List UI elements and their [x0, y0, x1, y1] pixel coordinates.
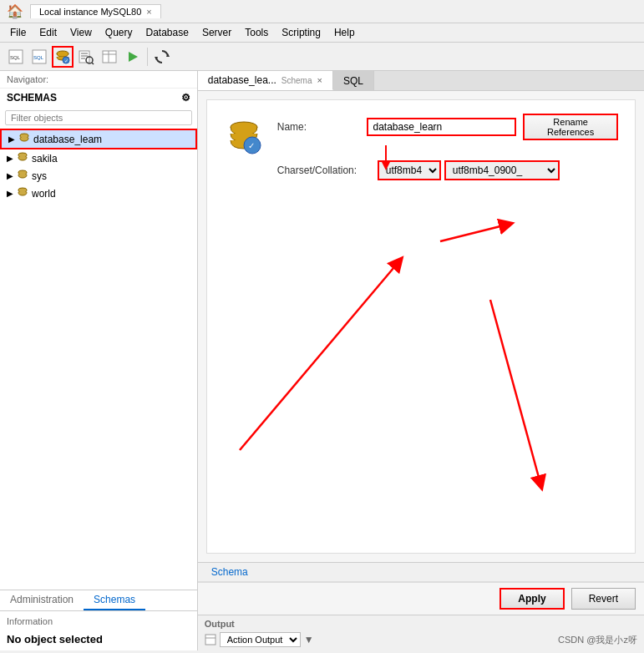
- sidebar-info: Information No object selected: [0, 611, 197, 650]
- schema-name-input[interactable]: [367, 118, 517, 136]
- menu-help[interactable]: Help: [327, 25, 362, 40]
- schema-tab-sublabel: Schema: [281, 76, 312, 85]
- schema-tab[interactable]: database_lea... Schema ×: [198, 71, 333, 90]
- schema-item-database-leam[interactable]: ▶ database_leam: [0, 129, 197, 149]
- db-icon: [18, 132, 30, 146]
- expand-arrow: ▶: [8, 134, 15, 144]
- output-type-select[interactable]: Action Output: [220, 632, 301, 647]
- annotation-container: ✓ Name: Rename References: [198, 91, 644, 650]
- tab-schemas[interactable]: Schemas: [84, 590, 145, 610]
- charset-label: Charset/Collation:: [277, 165, 378, 176]
- svg-text:✓: ✓: [64, 58, 68, 63]
- main-tab[interactable]: Local instance MySQL80 ×: [30, 4, 161, 18]
- output-credit: CSDN @我是小z呀: [558, 634, 637, 646]
- schema-inspector-button[interactable]: [75, 46, 97, 68]
- schemas-icon[interactable]: ⚙: [181, 92, 190, 104]
- charset-select[interactable]: utf8mb4 utf8 latin1: [378, 160, 441, 180]
- toolbar: SQL SQL ✓: [0, 43, 644, 71]
- name-row: Name: Rename References: [277, 114, 618, 140]
- svg-text:✓: ✓: [248, 141, 255, 150]
- tab-close-icon[interactable]: ×: [146, 7, 151, 17]
- db-icon: [17, 169, 28, 183]
- tab-administration[interactable]: Administration: [0, 590, 84, 610]
- sql-tab[interactable]: SQL: [333, 71, 374, 90]
- main-layout: Navigator: SCHEMAS ⚙ ▶ database_leam: [0, 71, 644, 650]
- information-label: Information: [7, 616, 190, 626]
- svg-text:SQL: SQL: [33, 55, 44, 60]
- db-large-icon: ✓: [224, 117, 264, 159]
- content-area: database_lea... Schema × SQL: [198, 71, 644, 650]
- sql-tab-label: SQL: [343, 75, 363, 87]
- schema-bottom-tab[interactable]: Schema: [205, 564, 255, 580]
- expand-arrow: ▶: [7, 154, 13, 163]
- output-icon: [205, 634, 216, 645]
- action-buttons: Apply Revert Con...: [198, 582, 644, 615]
- menu-bar: File Edit View Query Database Server Too…: [0, 23, 644, 43]
- charset-row: Charset/Collation: utf8mb4 utf8 latin1 u…: [277, 160, 618, 180]
- form-spacer: [224, 192, 618, 484]
- sql-new-button[interactable]: SQL: [5, 46, 27, 68]
- schema-item-sys[interactable]: ▶ sys: [0, 167, 197, 185]
- schema-form: ✓ Name: Rename References: [206, 99, 636, 554]
- home-icon: 🏠: [7, 3, 23, 19]
- refresh-button[interactable]: [151, 46, 173, 68]
- schema-item-sakila[interactable]: ▶ sakila: [0, 149, 197, 167]
- output-left: Action Output ▼: [205, 632, 314, 647]
- svg-text:SQL: SQL: [10, 55, 21, 60]
- db-icon: [17, 151, 28, 165]
- form-top: ✓ Name: Rename References: [224, 114, 618, 192]
- menu-file[interactable]: File: [3, 25, 33, 40]
- form-fields: Name: Rename References: [277, 114, 618, 192]
- tab-label: Local instance MySQL80: [39, 7, 141, 17]
- filter-input[interactable]: [5, 110, 192, 125]
- collation-select[interactable]: utf8mb4_0900_ utf8mb4_general_ci: [444, 160, 560, 180]
- sidebar: Navigator: SCHEMAS ⚙ ▶ database_leam: [0, 71, 198, 650]
- menu-edit[interactable]: Edit: [33, 25, 63, 40]
- filter-box: [5, 110, 192, 125]
- sql-open-button[interactable]: SQL: [28, 46, 50, 68]
- title-bar: 🏠 Local instance MySQL80 ×: [0, 0, 644, 23]
- content-tabs: database_lea... Schema × SQL: [198, 71, 644, 91]
- no-object-label: No object selected: [7, 633, 190, 645]
- output-section: Output Action Output ▼ CSDN @我是小z呀: [198, 615, 644, 650]
- schemas-title: SCHEMAS ⚙: [0, 89, 197, 107]
- navigator-header: Navigator:: [0, 71, 197, 89]
- apply-button[interactable]: Apply: [499, 588, 564, 610]
- sidebar-tabs: Administration Schemas: [0, 590, 197, 611]
- revert-button[interactable]: Revert: [571, 588, 636, 610]
- toolbar-separator: [147, 48, 148, 66]
- schema-tab-close[interactable]: ×: [317, 75, 322, 85]
- menu-server[interactable]: Server: [195, 25, 238, 40]
- output-label: Output: [205, 617, 637, 630]
- rename-references-button[interactable]: Rename References: [523, 114, 618, 140]
- dropdown-arrow-icon: ▼: [304, 634, 314, 645]
- query-exec-button[interactable]: [122, 46, 144, 68]
- name-label: Name:: [277, 121, 367, 133]
- table-data-button[interactable]: [99, 46, 120, 68]
- menu-view[interactable]: View: [63, 25, 99, 40]
- menu-database[interactable]: Database: [139, 25, 195, 40]
- schema-list: ▶ database_leam ▶: [0, 129, 197, 590]
- schema-tab-label: database_lea...: [208, 74, 276, 86]
- menu-query[interactable]: Query: [99, 25, 139, 40]
- svg-line-12: [92, 63, 94, 64]
- svg-marker-16: [129, 52, 138, 62]
- expand-arrow: ▶: [7, 171, 13, 180]
- schema-tab-bar: Schema: [198, 563, 644, 582]
- db-icon: [17, 186, 28, 200]
- menu-scripting[interactable]: Scripting: [275, 25, 327, 40]
- schema-item-world[interactable]: ▶ world: [0, 185, 197, 202]
- svg-rect-30: [205, 635, 216, 645]
- output-bar: Action Output ▼ CSDN @我是小z呀: [205, 630, 637, 649]
- db-connect-button[interactable]: ✓: [52, 46, 74, 68]
- svg-rect-13: [103, 51, 116, 63]
- sidebar-bottom: Administration Schemas Information No ob…: [0, 590, 197, 650]
- expand-arrow: ▶: [7, 189, 13, 198]
- menu-tools[interactable]: Tools: [238, 25, 275, 40]
- bottom-action-area: Schema Apply Revert Con...: [198, 562, 644, 615]
